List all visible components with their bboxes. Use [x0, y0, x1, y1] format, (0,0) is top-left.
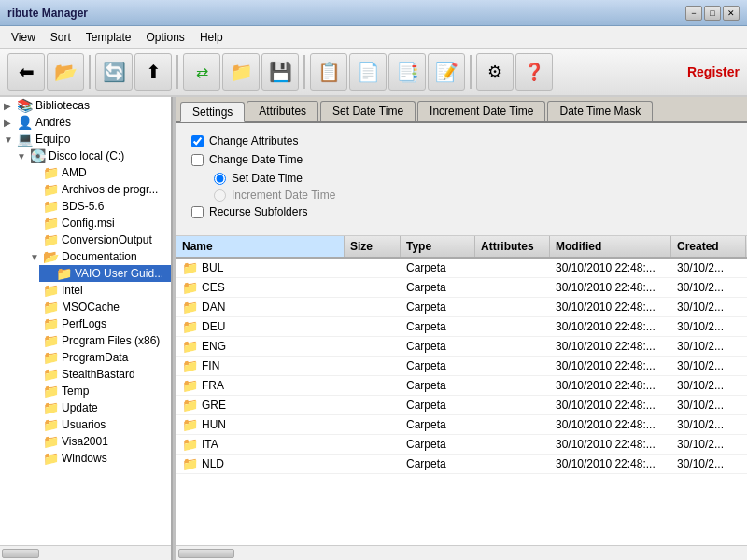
tree-item-conversion[interactable]: 📁 ConversionOutput [26, 231, 171, 248]
folder-icon: 📁 [43, 434, 59, 449]
menu-template[interactable]: Template [78, 29, 139, 46]
menu-help[interactable]: Help [192, 29, 231, 46]
file-row[interactable]: 📁 ENG Carpeta 30/10/2010 22:48:... 30/10… [176, 337, 747, 357]
set-date-time-radio-label: Set Date Time [232, 172, 303, 185]
folder-icon: 📁 [182, 300, 198, 315]
file-cell-created: 30/10/2... [671, 397, 746, 413]
col-header-name[interactable]: Name [176, 236, 345, 257]
set-date-time-radio[interactable] [214, 173, 226, 185]
file-rows[interactable]: 📁 BUL Carpeta 30/10/2010 22:48:... 30/10… [176, 259, 747, 545]
tree-item-andres[interactable]: ▶ 👤 Andrés [0, 114, 171, 131]
close-button[interactable]: ✕ [723, 6, 740, 21]
file-row[interactable]: 📁 NLD Carpeta 30/10/2010 22:48:... 30/10… [176, 455, 747, 474]
file-cell-size [345, 442, 401, 446]
tree-item-usuarios[interactable]: 📁 Usuarios [26, 416, 171, 433]
file-cell-created: 30/10/2... [671, 455, 746, 472]
file-row[interactable]: 📁 DEU Carpeta 30/10/2010 22:48:... 30/10… [176, 317, 747, 337]
minimize-button[interactable]: − [685, 6, 702, 21]
tree-item-vaio[interactable]: 📁 VAIO User Guid... [39, 265, 171, 282]
file-cell-created: 30/10/2... [671, 436, 746, 453]
multi-copy-button[interactable]: 📑 [388, 53, 426, 91]
file-row[interactable]: 📁 DAN Carpeta 30/10/2010 22:48:... 30/10… [176, 298, 747, 317]
tree-item-programfiles[interactable]: 📁 Program Files (x86) [26, 332, 171, 349]
tree-item-intel[interactable]: 📁 Intel [26, 282, 171, 299]
menu-view[interactable]: View [4, 29, 43, 46]
folder-icon: 📁 [43, 283, 59, 298]
task-button[interactable]: 📝 [428, 53, 465, 91]
tree-item-update[interactable]: 📁 Update [26, 399, 171, 416]
tree-item-disco-local[interactable]: ▼ 💽 Disco local (C:) [13, 147, 171, 164]
tree-item-visa[interactable]: 📁 Visa2001 [26, 433, 171, 450]
change-date-time-checkbox[interactable] [191, 154, 204, 166]
settings-button[interactable]: ⚙ [476, 53, 514, 91]
hscroll-thumb[interactable] [2, 549, 39, 558]
maximize-button[interactable]: □ [704, 6, 721, 21]
increment-date-time-radio[interactable] [214, 189, 226, 202]
tree-item-stealth[interactable]: 📁 StealthBastard [26, 366, 171, 383]
recurse-subfolders-checkbox[interactable] [191, 206, 204, 218]
up-button[interactable]: ⬆ [134, 53, 172, 91]
file-tree[interactable]: ▶ 📚 Bibliotecas ▶ 👤 Andrés ▼ 💻 Equipo ▼ … [0, 97, 171, 545]
file-cell-attrs [475, 266, 550, 270]
tree-item-configmsi[interactable]: 📁 Config.msi [26, 215, 171, 231]
open-button[interactable]: 📂 [47, 53, 84, 91]
tree-label: Documentation [62, 250, 137, 263]
change-attributes-checkbox[interactable] [191, 135, 204, 147]
file-cell-modified: 30/10/2010 22:48:... [550, 416, 671, 433]
col-header-type[interactable]: Type [401, 236, 475, 257]
folder-icon: 📁 [43, 400, 59, 415]
tree-item-windows[interactable]: 📁 Windows [26, 450, 171, 467]
tree-item-archivos[interactable]: 📁 Archivos de progr... [26, 181, 171, 198]
tree-item-programdata[interactable]: 📁 ProgramData [26, 349, 171, 366]
help-button[interactable]: ❓ [515, 53, 553, 91]
tree-item-documentation[interactable]: ▼ 📂 Documentation [26, 248, 171, 265]
tab-set-date-time[interactable]: Set Date Time [320, 101, 416, 121]
file-list-hscrollbar[interactable] [176, 545, 747, 560]
col-header-modified[interactable]: Modified [550, 236, 671, 257]
folder-icon: 📁 [182, 339, 198, 354]
save-button[interactable]: 💾 [261, 53, 299, 91]
tree-item-msocache[interactable]: 📁 MSOCache [26, 299, 171, 315]
menu-sort[interactable]: Sort [43, 29, 78, 46]
tab-date-time-mask[interactable]: Date Time Mask [547, 101, 653, 121]
hscroll-thumb[interactable] [178, 549, 234, 558]
copy-move-button[interactable]: ⇄ [183, 53, 220, 91]
tree-item-perflogs[interactable]: 📁 PerfLogs [26, 315, 171, 332]
tree-label: Update [62, 401, 98, 414]
col-header-attributes[interactable]: Attributes [475, 236, 550, 257]
file-row[interactable]: 📁 BUL Carpeta 30/10/2010 22:48:... 30/10… [176, 259, 747, 278]
file-row[interactable]: 📁 ITA Carpeta 30/10/2010 22:48:... 30/10… [176, 435, 747, 455]
refresh-button[interactable]: 🔄 [95, 53, 133, 91]
tree-label: Bibliotecas [35, 99, 90, 112]
file-row[interactable]: 📁 CES Carpeta 30/10/2010 22:48:... 30/10… [176, 278, 747, 298]
folder-button[interactable]: 📁 [222, 53, 260, 91]
tab-increment-date-time[interactable]: Increment Date Time [417, 101, 545, 121]
window-title: ribute Manager [7, 7, 88, 20]
file-cell-size [345, 423, 401, 427]
tab-settings[interactable]: Settings [180, 102, 245, 122]
file-row[interactable]: 📁 HUN Carpeta 30/10/2010 22:48:... 30/10… [176, 415, 747, 435]
recurse-subfolders-label: Recurse Subfolders [209, 205, 307, 218]
col-header-size[interactable]: Size [345, 236, 401, 257]
folder-icon: 📁 [43, 350, 59, 365]
copy-button[interactable]: 📋 [310, 53, 347, 91]
back-button[interactable]: ⬅ [7, 53, 45, 91]
file-row[interactable]: 📁 FIN Carpeta 30/10/2010 22:48:... 30/10… [176, 357, 747, 376]
tree-item-amd[interactable]: 📁 AMD [26, 164, 171, 181]
file-cell-modified: 30/10/2010 22:48:... [550, 455, 671, 472]
col-header-created[interactable]: Created [671, 236, 746, 257]
file-cell-type: Carpeta [401, 338, 475, 355]
menu-options[interactable]: Options [139, 29, 192, 46]
paste-button[interactable]: 📄 [349, 53, 387, 91]
tree-item-bibliotecas[interactable]: ▶ 📚 Bibliotecas [0, 97, 171, 114]
tab-attributes[interactable]: Attributes [247, 101, 318, 121]
folder-icon: 📁 [182, 417, 198, 432]
tree-item-equipo[interactable]: ▼ 💻 Equipo [0, 131, 171, 147]
file-cell-attrs [475, 325, 550, 329]
tree-item-temp[interactable]: 📁 Temp [26, 383, 171, 399]
folder-icon: 📚 [17, 98, 33, 113]
file-row[interactable]: 📁 GRE Carpeta 30/10/2010 22:48:... 30/10… [176, 396, 747, 415]
tree-item-bds[interactable]: 📁 BDS-5.6 [26, 198, 171, 215]
tree-hscrollbar[interactable] [0, 545, 171, 560]
file-row[interactable]: 📁 FRA Carpeta 30/10/2010 22:48:... 30/10… [176, 376, 747, 396]
